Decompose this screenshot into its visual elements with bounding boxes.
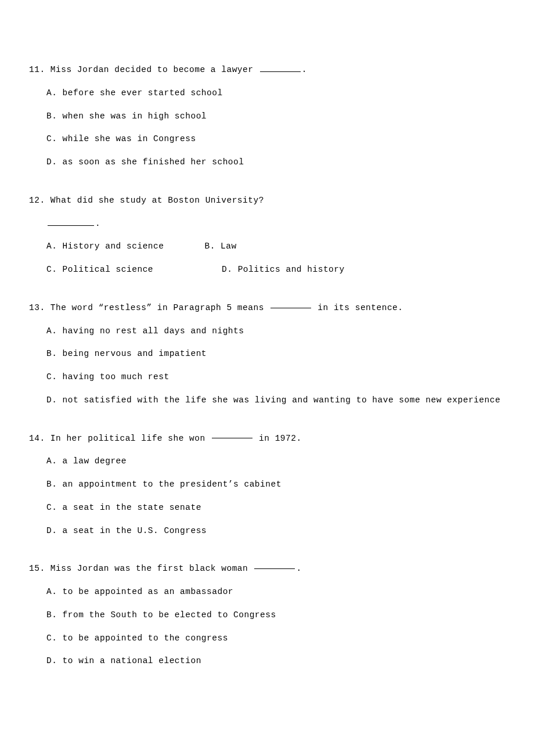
option-text: a seat in the state senate xyxy=(63,503,201,512)
option-text: Political science xyxy=(63,265,153,274)
option-letter: C. xyxy=(46,134,57,143)
question-stem-post: . xyxy=(302,65,307,74)
fill-blank xyxy=(270,308,311,308)
question-number: 12. xyxy=(29,196,45,205)
option-letter: D. xyxy=(46,656,57,665)
option-a[interactable]: A. a law degree xyxy=(46,455,505,468)
option-d[interactable]: D. not satisfied with the life she was l… xyxy=(46,394,505,407)
option-c[interactable]: C. having too much rest xyxy=(46,371,505,384)
option-d[interactable]: D. to win a national election xyxy=(46,655,505,668)
option-b[interactable]: B. being nervous and impatient xyxy=(46,348,505,361)
question-text: 11. Miss Jordan decided to become a lawy… xyxy=(29,64,505,77)
option-text: to be appointed as an ambassador xyxy=(63,587,233,596)
option-text: being nervous and impatient xyxy=(63,349,207,358)
question-stem-pre: Miss Jordan decided to become a lawyer xyxy=(50,65,259,74)
option-letter: A. xyxy=(46,242,57,251)
option-letter: A. xyxy=(46,587,57,596)
option-letter: B. xyxy=(46,480,57,489)
option-a[interactable]: A. having no rest all days and nights xyxy=(46,325,505,338)
question-13: 13. The word “restless” in Paragraph 5 m… xyxy=(29,302,505,407)
option-letter: C. xyxy=(46,265,57,274)
option-text: an appointment to the president’s cabine… xyxy=(63,480,282,489)
question-14: 14. In her political life she won in 197… xyxy=(29,433,505,538)
question-stem-post: in 1972. xyxy=(254,434,302,443)
fill-blank xyxy=(260,64,301,72)
option-letter: D. xyxy=(222,265,232,274)
question-text: 13. The word “restless” in Paragraph 5 m… xyxy=(29,302,505,315)
option-text: not satisfied with the life she was livi… xyxy=(63,395,501,405)
options-list: A. before she ever started school B. whe… xyxy=(29,87,505,169)
option-letter: B. xyxy=(204,242,215,251)
question-number: 13. xyxy=(29,303,45,312)
option-letter: C. xyxy=(46,633,57,643)
question-text: 12. What did she study at Boston Univers… xyxy=(29,195,505,207)
option-text: Politics and history xyxy=(238,265,345,274)
option-c[interactable]: C. Political science xyxy=(46,264,153,276)
option-text: having too much rest xyxy=(63,372,169,381)
options-list: A. having no rest all days and nights B.… xyxy=(29,325,505,407)
option-text: when she was in high school xyxy=(63,111,207,121)
question-12: 12. What did she study at Boston Univers… xyxy=(29,195,505,276)
question-stem-pre: In her political life she won xyxy=(50,434,211,443)
question-number: 14. xyxy=(29,434,45,443)
option-d[interactable]: D. as soon as she finished her school xyxy=(46,156,505,169)
question-stem-pre: What did she study at Boston University? xyxy=(50,196,264,205)
option-b[interactable]: B. when she was in high school xyxy=(46,110,505,123)
option-d[interactable]: D. a seat in the U.S. Congress xyxy=(46,525,505,538)
option-letter: B. xyxy=(46,610,57,620)
question-text: 14. In her political life she won in 197… xyxy=(29,433,505,445)
question-text: 15. Miss Jordan was the first black woma… xyxy=(29,563,505,575)
fill-blank xyxy=(212,438,252,438)
option-text: to win a national election xyxy=(63,656,201,665)
question-number: 11. xyxy=(29,65,45,74)
option-letter: D. xyxy=(46,526,57,535)
option-c[interactable]: C. to be appointed to the congress xyxy=(46,632,505,645)
option-b[interactable]: B. an appointment to the president’s cab… xyxy=(46,478,505,491)
option-c[interactable]: C. while she was in Congress xyxy=(46,133,505,146)
question-15: 15. Miss Jordan was the first black woma… xyxy=(29,563,505,668)
option-letter: D. xyxy=(46,157,57,167)
option-letter: C. xyxy=(46,372,57,381)
question-stem-post: . xyxy=(296,564,301,573)
options-list: A. History and scienceB. Law C. Politica… xyxy=(29,240,505,276)
option-b[interactable]: B. Law xyxy=(204,240,236,253)
options-row: A. History and scienceB. Law xyxy=(46,240,505,253)
option-letter: A. xyxy=(46,88,57,98)
option-text: to be appointed to the congress xyxy=(63,633,228,643)
option-b[interactable]: B. from the South to be elected to Congr… xyxy=(46,609,505,622)
option-text: History and science xyxy=(63,242,164,251)
question-stem-pre: Miss Jordan was the first black woman xyxy=(50,564,254,573)
option-a[interactable]: A. History and science xyxy=(46,240,164,253)
option-a[interactable]: A. to be appointed as an ambassador xyxy=(46,586,505,599)
option-letter: C. xyxy=(46,503,57,512)
options-row: C. Political scienceD. Politics and hist… xyxy=(46,264,505,276)
option-c[interactable]: C. a seat in the state senate xyxy=(46,502,505,514)
option-text: a seat in the U.S. Congress xyxy=(63,526,207,535)
option-text: Law xyxy=(221,242,237,251)
option-letter: B. xyxy=(46,349,57,358)
option-letter: A. xyxy=(46,456,57,466)
option-text: from the South to be elected to Congress xyxy=(63,610,276,620)
option-text: having no rest all days and nights xyxy=(63,326,244,336)
options-list: A. a law degree B. an appointment to the… xyxy=(29,455,505,537)
question-stem-post: in its sentence. xyxy=(312,303,403,312)
option-text: a law degree xyxy=(63,456,127,466)
option-letter: A. xyxy=(46,326,57,336)
fill-blank xyxy=(254,568,295,569)
options-list: A. to be appointed as an ambassador B. f… xyxy=(29,586,505,668)
option-letter: B. xyxy=(46,111,57,121)
option-a[interactable]: A. before she ever started school xyxy=(46,87,505,100)
option-text: while she was in Congress xyxy=(63,134,196,143)
option-text: as soon as she finished her school xyxy=(63,157,244,167)
question-stem-pre: The word “restless” in Paragraph 5 means xyxy=(50,303,269,312)
fill-blank xyxy=(48,218,94,226)
question-number: 15. xyxy=(29,564,45,573)
answer-blank-line: . xyxy=(46,218,505,231)
option-letter: D. xyxy=(46,395,57,405)
question-11: 11. Miss Jordan decided to become a lawy… xyxy=(29,64,505,169)
option-d[interactable]: D. Politics and history xyxy=(222,264,345,276)
option-text: before she ever started school xyxy=(63,88,223,98)
